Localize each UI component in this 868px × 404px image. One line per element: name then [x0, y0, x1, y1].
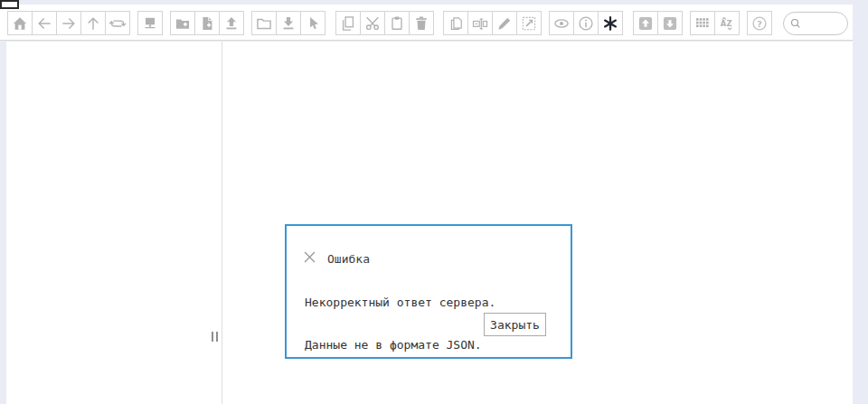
toolbar-button-new-folder[interactable] [170, 11, 195, 35]
toolbar: AZ ? [0, 5, 853, 41]
toolbar-button-back[interactable] [32, 11, 57, 35]
left-panel [6, 42, 222, 404]
toolbar-group-edit [443, 11, 542, 35]
toolbar-button-compress[interactable] [633, 11, 658, 35]
paste-icon [388, 14, 406, 33]
toolbar-button-duplicate[interactable] [443, 11, 468, 35]
panel-divider [222, 42, 222, 404]
upload-icon [222, 14, 241, 33]
dialog-message-line: Некорректный ответ сервера. [305, 296, 495, 310]
toolbar-group-display: AZ [690, 11, 740, 35]
toolbar-button-edit[interactable] [492, 11, 517, 35]
toolbar-button-new-file[interactable] [194, 11, 220, 35]
toolbar-group-navigation [7, 11, 130, 35]
error-dialog: Ошибка Некорректный ответ сервера. Данны… [285, 224, 572, 359]
toolbar-button-open-folder[interactable] [251, 11, 277, 35]
favorites-icon [601, 14, 619, 33]
toolbar-button-download[interactable] [276, 11, 301, 35]
toolbar-group-open [251, 11, 326, 35]
toolbar-button-extract[interactable] [657, 11, 683, 35]
new-folder-icon [174, 14, 192, 33]
grid-view-icon [693, 14, 712, 33]
toolbar-group-help: ? [747, 11, 772, 35]
toolbar-button-info[interactable] [573, 11, 599, 35]
select-icon [304, 14, 322, 33]
toolbar-group-network [137, 11, 163, 35]
toolbar-button-help[interactable]: ? [747, 11, 772, 35]
info-icon [577, 14, 595, 33]
toolbar-button-home[interactable] [7, 11, 33, 35]
toolbar-button-resize[interactable] [516, 11, 542, 35]
edit-icon [495, 14, 514, 33]
splitter-grip[interactable] [212, 332, 218, 342]
toolbar-group-clipboard [335, 11, 434, 35]
toolbar-button-grid-view[interactable] [690, 11, 715, 35]
up-icon [84, 14, 102, 33]
open-folder-icon [255, 14, 273, 33]
corner-window-artifact [0, 0, 19, 9]
toolbar-button-select[interactable] [300, 11, 326, 35]
toolbar-group-create [170, 11, 244, 35]
toolbar-button-forward[interactable] [56, 11, 81, 35]
sort-az-icon: AZ [718, 14, 736, 33]
copy-icon [339, 14, 357, 33]
preview-icon [552, 14, 571, 33]
search-input[interactable] [803, 15, 843, 32]
home-icon [11, 14, 29, 33]
refresh-icon [108, 14, 127, 33]
network-icon [141, 14, 159, 33]
search-icon [788, 16, 803, 31]
delete-icon [412, 14, 430, 33]
cut-icon [363, 14, 382, 33]
dialog-title: Ошибка [327, 252, 370, 266]
toolbar-group-view [549, 11, 623, 35]
toolbar-button-rename[interactable] [467, 11, 493, 35]
toolbar-button-paste[interactable] [384, 11, 410, 35]
extract-icon [661, 14, 679, 33]
toolbar-button-preview[interactable] [549, 11, 574, 35]
toolbar-button-sort-az[interactable]: AZ [714, 11, 740, 35]
svg-text:A: A [721, 19, 727, 28]
toolbar-button-favorites[interactable] [598, 11, 623, 35]
dialog-message-line: Данные не в формате JSON. [305, 338, 495, 352]
search-box[interactable] [783, 12, 848, 35]
svg-text:?: ? [757, 18, 762, 28]
help-icon: ? [750, 14, 769, 33]
toolbar-button-copy[interactable] [335, 11, 361, 35]
toolbar-group-archive [633, 11, 683, 35]
toolbar-button-cut[interactable] [360, 11, 385, 35]
toolbar-button-upload[interactable] [219, 11, 244, 35]
resize-icon [520, 14, 538, 33]
download-icon [279, 14, 297, 33]
compress-icon [637, 14, 655, 33]
dialog-close-icon[interactable] [303, 250, 317, 265]
svg-text:Z: Z [727, 19, 732, 28]
back-icon [35, 14, 53, 33]
duplicate-icon [447, 14, 465, 33]
rename-icon [471, 14, 489, 33]
toolbar-button-delete[interactable] [409, 11, 434, 35]
forward-icon [60, 14, 78, 33]
toolbar-button-network[interactable] [137, 11, 163, 35]
toolbar-button-refresh[interactable] [105, 11, 130, 35]
dialog-close-button[interactable]: Закрыть [484, 313, 546, 336]
toolbar-button-up[interactable] [80, 11, 106, 35]
dialog-message: Некорректный ответ сервера. Данные не в … [305, 268, 495, 380]
new-file-icon [198, 14, 216, 33]
